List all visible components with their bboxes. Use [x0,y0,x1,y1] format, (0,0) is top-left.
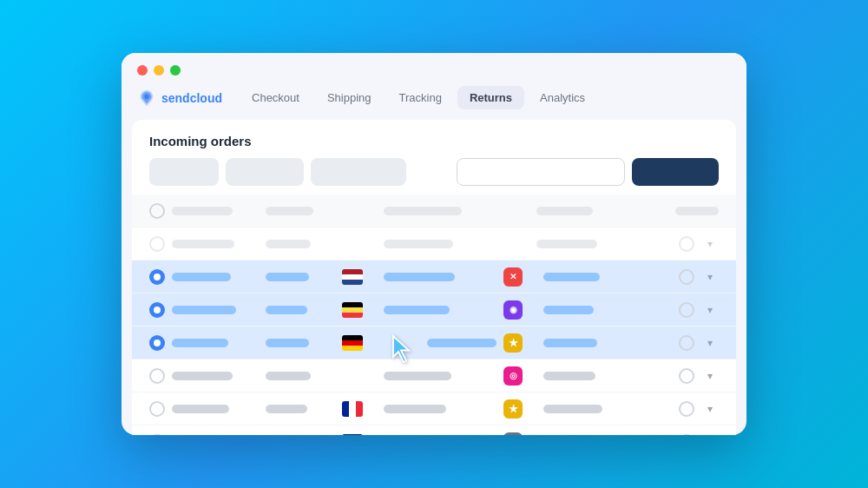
expand-button[interactable]: ▾ [701,268,719,286]
row-status-circle [679,236,694,252]
flag-uk [342,434,363,436]
table-row[interactable]: ◉ ▾ [132,293,736,326]
cell-name [172,372,259,380]
cell-tracking [543,273,621,281]
row-checkbox[interactable] [149,434,165,436]
cell-tracking [543,372,621,380]
expand-button[interactable]: ▾ [701,334,719,352]
table-row[interactable]: ◎ ▾ [132,359,736,392]
carrier-icon: ★ [503,399,523,419]
logo: sendcloud [137,89,222,108]
cell-name [172,339,259,347]
cell-carrier: ⬡ [503,432,529,436]
cell-country [342,434,377,436]
logo-icon [137,89,156,108]
cell-country [342,335,377,351]
close-button[interactable] [137,65,148,76]
cell-status [384,240,496,248]
cell-order [266,306,335,314]
carrier-icon: ◎ [503,366,523,386]
expand-button[interactable]: ▾ [701,301,719,319]
flag-germany [342,335,363,351]
nav-item-returns[interactable]: Returns [457,86,524,109]
cell-carrier: ◎ [503,366,529,386]
window-controls [137,65,731,76]
cell-order [266,339,335,347]
cell-country [342,269,377,285]
cell-order [266,273,335,281]
row-checkbox[interactable] [149,302,165,318]
cell-name [172,240,259,248]
action-button[interactable] [632,158,719,186]
logo-text: sendcloud [161,91,222,105]
row-status-circle [679,335,694,351]
app-window: sendcloud Checkout Shipping Tracking Ret… [122,53,746,435]
cell-tracking [536,240,615,248]
cell-order [266,372,335,380]
row-checkbox[interactable] [149,335,165,351]
carrier-icon: ⬡ [503,432,523,436]
content-header: Incoming orders [132,120,736,158]
col-action-header [675,207,719,215]
col-name-header [172,207,259,215]
cell-tracking [543,405,621,413]
row-checkbox[interactable] [149,401,165,417]
table-row[interactable]: ★ ▾ [132,326,736,359]
nav-item-tracking[interactable]: Tracking [387,86,454,109]
title-bar: sendcloud Checkout Shipping Tracking Ret… [122,53,746,120]
row-checkbox[interactable] [149,236,165,252]
expand-button[interactable]: ▾ [701,235,719,253]
row-status-circle [679,302,694,318]
table-header [132,195,736,228]
cell-carrier: ◉ [503,300,529,320]
col-tracking-header [536,207,615,215]
carrier-icon: ✕ [503,267,523,287]
main-content: Incoming orders [132,120,736,435]
row-status-circle [679,434,694,436]
flag-belgium [342,302,363,318]
row-status-circle [679,269,694,285]
cell-name [172,273,259,281]
header-checkbox[interactable] [149,203,165,219]
expand-button[interactable]: ▾ [701,400,719,418]
cell-carrier: ★ [503,333,529,353]
nav-item-checkout[interactable]: Checkout [240,86,312,109]
cell-tracking [543,306,621,314]
search-input[interactable] [457,158,625,186]
cell-status [384,405,496,413]
row-checkbox[interactable] [149,269,165,285]
nav-item-analytics[interactable]: Analytics [528,86,597,109]
table-row[interactable]: ✕ ▾ [132,260,736,293]
cursor-icon [391,333,417,365]
toolbar [132,158,736,195]
cell-name [172,405,259,413]
cell-carrier: ✕ [503,267,529,287]
expand-button[interactable]: ▾ [701,433,719,436]
expand-button[interactable]: ▾ [701,367,719,385]
cell-tracking [543,339,621,347]
table-row[interactable]: ⬡ ▾ [132,425,736,435]
nav-item-shipping[interactable]: Shipping [315,86,384,109]
col-status-header [384,207,496,215]
col-order-header [266,207,335,215]
cell-name [172,306,259,314]
svg-point-0 [144,94,149,99]
nav-bar: sendcloud Checkout Shipping Tracking Ret… [137,86,731,120]
filter-button-1[interactable] [149,158,219,186]
cell-order [266,405,335,413]
table-row[interactable]: ▾ [132,228,736,260]
table-wrapper: ▾ ✕ [132,195,736,435]
row-checkbox[interactable] [149,368,165,384]
cell-status [384,273,496,281]
table-row[interactable]: ★ ▾ [132,392,736,425]
filter-button-2[interactable] [226,158,304,186]
cell-country [342,302,377,318]
maximize-button[interactable] [170,65,181,76]
row-status-circle [679,368,694,384]
flag-france [342,401,363,417]
minimize-button[interactable] [154,65,164,76]
row-status-circle [679,401,694,417]
cell-status [384,306,496,314]
filter-button-3[interactable] [311,158,406,186]
carrier-icon: ◉ [503,300,523,320]
